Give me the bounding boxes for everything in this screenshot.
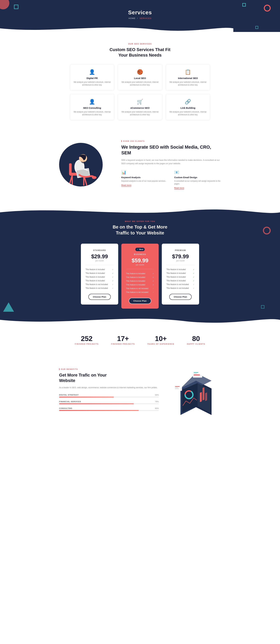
feature-check-2-5: ✓ [193,287,194,289]
read-more-link-0[interactable]: Read more [121,184,131,187]
feature-check-1-3: ✓ [152,284,154,286]
service-desc-3: We analyze your website's structure, int… [73,110,111,116]
stat-number-2: 10+ [147,335,174,342]
service-name-2: International SEO [169,77,207,80]
integrate-section: OVER 150 CLIENTS We Integrate SEO with S… [0,128,280,208]
stat-number-1: 17+ [111,335,135,342]
feature-item-0-2: This feature is included ✓ [86,275,114,279]
feature-icon-1: 📧 [174,170,221,175]
feature-text-1-2: This feature is included [126,280,145,282]
stat-item-2: 10+ YEARS OF EXPERIENCE [147,335,174,345]
stat-label-0: FINISHED PROJECTS [75,343,99,345]
plan-period-2: per month [166,260,194,262]
pricing-title: Be on the Top & Get More Traffic to Your… [9,224,271,236]
read-more-link-1[interactable]: Read more [174,187,184,190]
service-icon-0: 👤 [73,69,111,75]
feature-item-2-0: This feature is included ✓ [166,268,194,271]
deco-circle-topleft [0,0,9,9]
service-name-1: Local SEO [121,77,159,80]
feature-check-2-1: ✓ [193,272,194,274]
svg-rect-16 [200,392,202,402]
deco-circle-pricing [263,227,271,234]
badge-label-1: Best [140,248,143,250]
svg-rect-22 [175,386,180,387]
isometric-svg [168,368,221,415]
service-card-3: 👤 SEO Consulting We analyze your website… [70,94,114,120]
feature-check-2-4: ✓ [193,284,194,286]
pricing-cards: STANDARD $29.99 per month This feature i… [9,244,271,308]
integrate-title: We Integrate SEO with Social Media, CRO,… [121,144,221,156]
feature-check-1-0: ✓ [152,272,154,275]
feature-text-2-0: This feature is included [166,268,186,270]
feature-text-1-3: This feature is included [126,284,145,286]
seo-services-section: OUR SEO SERVICES Custom SEO Services Tha… [0,32,280,128]
breadcrumb: HOME / SERVICES [3,17,277,20]
feature-item-1-0: This feature is included ✓ [126,272,154,276]
feature-item-0-5: This feature is not included ✓ [86,286,114,290]
progress-label-1: FINANCIAL SERVICES [59,401,81,402]
choose-plan-button-2[interactable]: Choose Plan [169,294,192,300]
feature-item-0-4: This feature is not included ✓ [86,282,114,286]
feature-text-2-5: This feature is not included [166,287,189,289]
plan-name-1: BUSINESS [126,253,154,256]
feature-item-0-0: This feature is included ✓ [86,268,114,271]
svg-rect-5 [69,164,72,175]
person-svg [61,146,101,186]
page-title: Services [3,9,277,16]
progress-bar-bg-0 [59,396,159,398]
progress-bar-bg-1 [59,403,159,404]
feature-item-1-2: This feature is included ✓ [126,279,154,283]
progress-item-1: FINANCIAL SERVICES 75% [59,401,159,404]
feature-check-1-1: ✓ [152,276,154,278]
integrate-content: OVER 150 CLIENTS We Integrate SEO with S… [121,140,221,189]
feature-check-2-2: ✓ [193,276,194,278]
progress-pct-2: 80% [155,407,159,409]
feature-check-0-3: ✓ [112,280,114,282]
feature-desc-0: Keyword analysis is one of our most popu… [121,180,168,182]
feature-list-1: This feature is included ✓ This feature … [126,272,154,294]
progress-label-row-1: FINANCIAL SERVICES 75% [59,401,159,402]
stat-label-1: FINISHED PROJECTS [111,343,135,345]
progress-label-2: CONSULTING [59,407,72,409]
benefits-content: OUR BENEFITS Get More Trafic on Your Web… [59,368,159,414]
benefits-label: OUR BENEFITS [59,368,159,370]
feature-text-0-4: This feature is not included [86,283,108,286]
breadcrumb-current: SERVICES [140,17,151,20]
service-name-5: Link Building [169,106,207,109]
badge-check-1: ✓ [137,248,139,250]
feature-text-2-3: This feature is included [166,280,186,282]
plan-name-2: PREMIUM [166,249,194,252]
feature-item-0-3: This feature is included ✓ [86,279,114,282]
feature-check-1-5: ✓ [152,291,154,293]
service-desc-0: We analyze your website's structure, int… [73,81,111,86]
svg-point-10 [92,176,97,179]
svg-rect-17 [203,387,204,400]
feature-item-1: 📧 Custom Email Design A consultant at ou… [174,170,221,189]
service-icon-1: 🏀 [121,69,159,75]
deco-circle-topright [264,5,271,12]
person-circle [59,143,103,186]
choose-plan-button-0[interactable]: Choose Plan [88,294,111,300]
plan-divider-0 [86,265,114,265]
integrate-illustration [59,143,112,186]
feature-text-1-5: This feature is not included [126,291,148,293]
stat-number-3: 80 [187,335,205,342]
choose-plan-button-1[interactable]: Choose Plan [129,298,151,304]
feature-text-1-4: This feature is not included [126,288,148,290]
plan-price-0: $29.99 [86,254,114,259]
plan-price-1: $59.99 [126,258,154,263]
pricing-label: WHAT WE OFFER FOR YOU [9,220,271,222]
progress-item-0: DIGITAL STRATEGY 55% [59,394,159,398]
svg-rect-23 [175,388,178,388]
plan-divider-2 [166,265,194,265]
svg-rect-27 [194,374,197,374]
service-name-0: Digital PR [73,77,111,80]
stat-item-0: 252 FINISHED PROJECTS [75,335,99,345]
stat-item-3: 80 HAPPY CLIENTS [187,335,205,345]
feature-item-0-1: This feature is included ✓ [86,271,114,275]
progress-bar-fill-0 [59,396,114,398]
progress-label-row-2: CONSULTING 80% [59,407,159,409]
breadcrumb-home[interactable]: HOME [129,17,136,20]
stat-item-1: 17+ FINISHED PROJECTS [111,335,135,345]
pricing-card-1: ✓ Best BUSINESS $59.99 per month This fe… [121,244,159,308]
